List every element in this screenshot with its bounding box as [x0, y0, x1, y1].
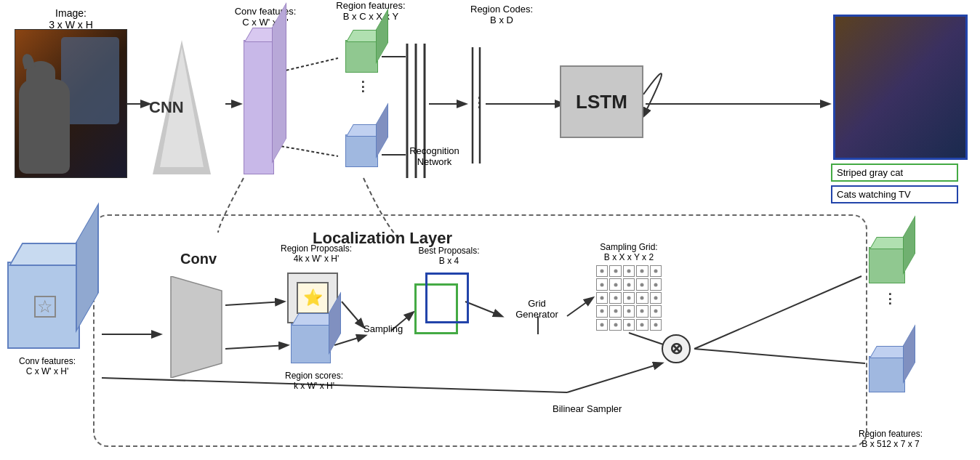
- conv-features-cube: [244, 40, 274, 174]
- region-features-output-label: Region features:B x 512 x 7 x 7: [851, 429, 931, 449]
- svg-line-3: [276, 145, 338, 156]
- svg-line-16: [225, 345, 287, 349]
- sampling-label: Sampling: [364, 323, 403, 334]
- output-cube-blue: [869, 356, 905, 392]
- grid-cell: [623, 265, 635, 277]
- region-codes-label: Region Codes:B x D: [469, 4, 534, 25]
- dots-vertical-output: ⋮: [883, 291, 896, 307]
- cat-silhouette: [19, 79, 70, 174]
- recognition-network-label: RecognitionNetwork: [407, 145, 462, 167]
- grid-cell: [609, 319, 621, 331]
- input-image: [15, 29, 127, 178]
- grid-cell: [609, 278, 621, 290]
- grid-cell: [636, 278, 648, 290]
- region-proposals-label: Region Proposals:4k x W' x H': [276, 243, 356, 264]
- grid-cell: [650, 278, 662, 290]
- conv-features-bl-label: Conv features:C x W' x H': [4, 356, 91, 376]
- region-feature-cube-blue: [345, 134, 378, 167]
- sample-image-inner: [833, 15, 968, 160]
- grid-cell: [623, 278, 635, 290]
- striped-gray-cat-label: Striped gray cat: [831, 164, 958, 182]
- multiply-circle: ⊗: [662, 334, 691, 363]
- cats-watching-tv-label: Cats watching TV: [831, 185, 958, 203]
- sample-image-area: Striped gray cat Cats watching TV: [827, 15, 973, 196]
- best-proposal-blue-box: [425, 273, 469, 323]
- svg-line-15: [225, 302, 284, 305]
- region-scores-label: Region scores:k x W' x H': [278, 371, 350, 391]
- lstm-block: LSTM: [560, 65, 643, 138]
- region-features-label: Region features:B x C x X x Y: [327, 0, 414, 22]
- diagram-container: Localization Layer Image: 3 x W x H CNN …: [0, 0, 980, 460]
- grid-cell: [636, 319, 648, 331]
- star-icon: ☆: [34, 296, 56, 318]
- conv-inside-label: Conv: [180, 251, 217, 267]
- grid-cell: [623, 305, 635, 317]
- grid-cell: [650, 292, 662, 304]
- conv-trap-loc: [164, 276, 229, 380]
- grid-cell: [650, 319, 662, 331]
- conv-features-cube-large: ☆: [7, 262, 80, 349]
- cnn-label: CNN: [149, 98, 184, 117]
- svg-marker-28: [171, 276, 222, 378]
- sampling-grid-visual: [596, 265, 662, 331]
- grid-generator-label: Grid Generator: [506, 298, 568, 320]
- svg-line-17: [342, 302, 364, 327]
- proposal-box-inner: ⭐: [297, 282, 329, 314]
- svg-line-21: [567, 298, 593, 316]
- grid-cell: [623, 319, 635, 331]
- best-proposals-boxes: [414, 273, 480, 345]
- dots-vertical-2: ⋮: [473, 94, 486, 110]
- svg-line-18: [334, 336, 365, 345]
- grid-cell: [650, 265, 662, 277]
- grid-cell: [596, 319, 608, 331]
- svg-line-24: [567, 363, 662, 392]
- grid-cell: [636, 265, 648, 277]
- grid-cell: [636, 305, 648, 317]
- grid-cell: [609, 292, 621, 304]
- region-feature-cube-green: [345, 40, 378, 73]
- grid-cell: [596, 278, 608, 290]
- grid-cell: [609, 305, 621, 317]
- sampling-grid-label: Sampling Grid:B x X x Y x 2: [593, 242, 665, 262]
- grid-cell: [623, 292, 635, 304]
- conv-features-label: Conv features:C x W' x H': [229, 6, 302, 28]
- svg-line-25: [694, 276, 861, 349]
- output-cube-green: [869, 247, 905, 283]
- grid-cell: [596, 292, 608, 304]
- conv-trapezoid-svg: [164, 276, 229, 378]
- dots-vertical-1: ⋮: [356, 78, 369, 94]
- cat-image-scene: [15, 30, 126, 177]
- grid-cell: [650, 305, 662, 317]
- grid-cell: [609, 265, 621, 277]
- grid-cell: [596, 265, 608, 277]
- best-proposals-label: Best Proposals:B x 4: [414, 246, 483, 266]
- grid-cell: [636, 292, 648, 304]
- bilinear-sampler-label: Bilinear Sampler: [553, 403, 622, 414]
- region-scores-cube: [291, 323, 331, 363]
- svg-line-26: [694, 349, 865, 363]
- grid-cell: [596, 305, 608, 317]
- image-label: Image: 3 x W x H: [15, 7, 127, 31]
